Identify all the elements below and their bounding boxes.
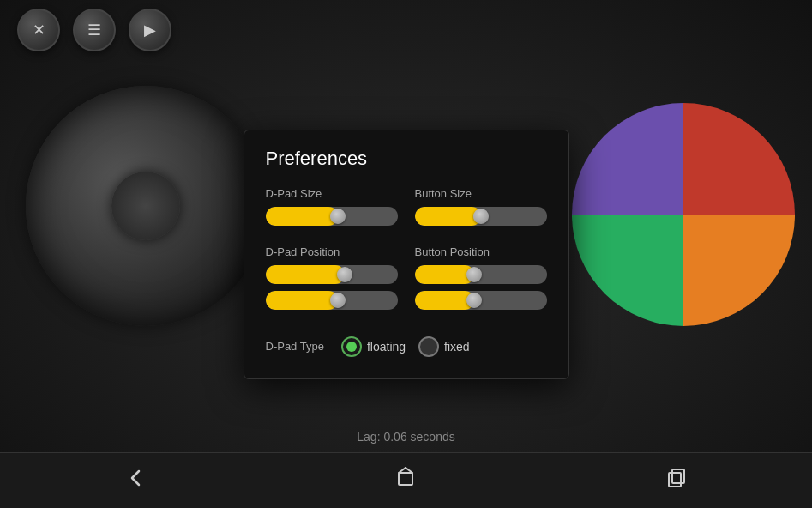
prefs-grid: D-Pad Size Button Size D-Pad Position: [266, 187, 547, 330]
recent-button[interactable]: [647, 457, 706, 504]
back-icon: [123, 466, 147, 490]
dpad-pos-x-fill: [266, 265, 345, 284]
dpad-pos-y-thumb[interactable]: [330, 293, 346, 308]
dpad-pos-y-fill: [266, 291, 339, 310]
radio-floating-dot: [346, 342, 357, 352]
back-button[interactable]: [106, 457, 165, 504]
dpad-position-y-slider[interactable]: [266, 291, 398, 310]
btn-pos-y-thumb[interactable]: [466, 293, 482, 308]
home-button[interactable]: [376, 457, 435, 504]
radio-fixed-label: fixed: [444, 340, 470, 354]
btn-pos-x-fill: [415, 265, 474, 284]
dpad-size-fill: [266, 207, 339, 226]
preferences-dialog: Preferences D-Pad Size Button Size: [244, 130, 569, 379]
dpad-position-x-slider[interactable]: [266, 265, 398, 284]
lag-text: Lag: 0.06 seconds: [357, 430, 454, 444]
dpad-position-label: D-Pad Position: [266, 245, 398, 258]
dpad-pos-x-thumb[interactable]: [337, 267, 352, 282]
radio-floating-label: floating: [367, 340, 406, 354]
button-position-section: Button Position: [415, 245, 547, 317]
btn-pos-x-thumb[interactable]: [466, 267, 482, 282]
dpad-position-section: D-Pad Position: [266, 245, 398, 317]
dpad-size-section: D-Pad Size: [266, 187, 398, 233]
button-position-label: Button Position: [415, 245, 547, 258]
button-position-y-slider[interactable]: [415, 291, 547, 310]
radio-fixed[interactable]: fixed: [418, 336, 470, 357]
dpad-size-thumb[interactable]: [330, 209, 346, 224]
button-size-section: Button Size: [415, 187, 547, 233]
svg-rect-3: [669, 473, 681, 487]
svg-rect-4: [672, 469, 684, 483]
button-size-thumb[interactable]: [473, 209, 489, 224]
bottom-nav-bar: [0, 452, 812, 508]
home-icon: [394, 466, 418, 490]
button-position-x-slider[interactable]: [415, 265, 547, 284]
recent-icon: [665, 466, 689, 490]
radio-floating-circle: [341, 336, 362, 357]
button-size-label: Button Size: [415, 187, 547, 200]
dpad-size-label: D-Pad Size: [266, 187, 398, 200]
dpad-type-row: D-Pad Type floating fixed: [266, 336, 547, 357]
radio-floating[interactable]: floating: [341, 336, 406, 357]
dpad-type-radio-group: floating fixed: [341, 336, 470, 357]
dpad-size-slider[interactable]: [266, 207, 398, 226]
btn-pos-y-fill: [415, 291, 474, 310]
button-size-fill: [415, 207, 481, 226]
dpad-type-label: D-Pad Type: [266, 340, 324, 353]
button-size-slider[interactable]: [415, 207, 547, 226]
dialog-title: Preferences: [266, 148, 547, 170]
svg-rect-0: [399, 473, 412, 485]
radio-fixed-circle: [418, 336, 439, 357]
